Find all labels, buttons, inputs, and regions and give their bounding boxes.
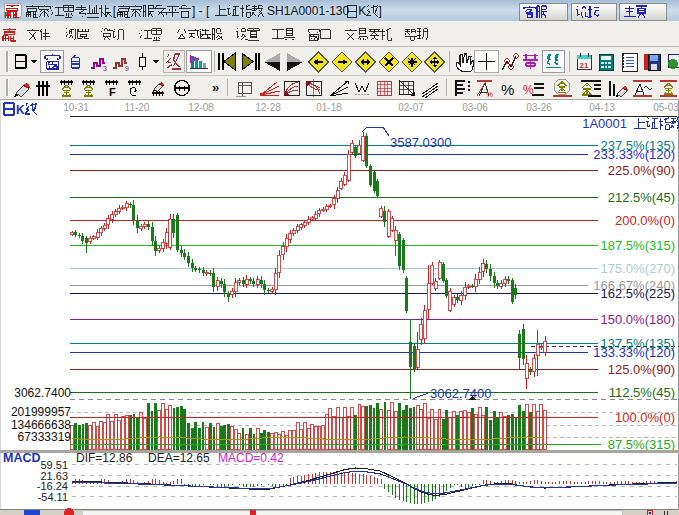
svg-text:233.33%(120): 233.33%(120) xyxy=(593,147,675,162)
svg-text:%: % xyxy=(501,81,514,98)
svg-text:05-03: 05-03 xyxy=(653,102,679,113)
svg-text:F: F xyxy=(109,86,116,98)
svg-text:10-31: 10-31 xyxy=(63,102,89,113)
svg-text:SH1A0001-130: SH1A0001-130 xyxy=(267,4,349,18)
svg-text:DIF=12.86: DIF=12.86 xyxy=(76,451,133,465)
svg-text:225.0%(90): 225.0%(90) xyxy=(608,163,675,178)
svg-text:-54.11: -54.11 xyxy=(38,491,68,503)
svg-text:1A0001: 1A0001 xyxy=(582,116,627,131)
svg-text:K: K xyxy=(358,4,366,18)
svg-text:DEA=12.65: DEA=12.65 xyxy=(148,451,210,465)
svg-text:125.0%(90): 125.0%(90) xyxy=(608,362,675,377)
svg-text:03-26: 03-26 xyxy=(526,102,552,113)
svg-text:67333319: 67333319 xyxy=(18,430,72,444)
svg-text:] - [: ] - [ xyxy=(192,4,210,18)
svg-text:162.5%(225): 162.5%(225) xyxy=(601,286,675,301)
svg-text:100.0%(0): 100.0%(0) xyxy=(615,410,675,425)
svg-text:9: 9 xyxy=(125,65,129,72)
svg-text:21: 21 xyxy=(580,61,589,70)
svg-text:133.33%(120): 133.33%(120) xyxy=(593,345,675,360)
svg-text:3587.0300: 3587.0300 xyxy=(390,135,451,150)
svg-text:201999957: 201999957 xyxy=(11,405,71,419)
svg-text:187.5%(315): 187.5%(315) xyxy=(601,238,675,253)
svg-text:12-08: 12-08 xyxy=(188,102,214,113)
svg-text:200.0%(0): 200.0%(0) xyxy=(615,213,675,228)
svg-text:03-06: 03-06 xyxy=(462,102,488,113)
svg-text:12-28: 12-28 xyxy=(255,102,281,113)
svg-text:K: K xyxy=(16,103,25,117)
svg-text:3062.7400: 3062.7400 xyxy=(430,386,491,401)
svg-text:01-18: 01-18 xyxy=(316,102,342,113)
svg-text:%: % xyxy=(486,90,493,99)
svg-text:MACD=0.42: MACD=0.42 xyxy=(218,451,284,465)
svg-text:MACD: MACD xyxy=(3,451,41,465)
svg-text:»: » xyxy=(212,80,219,95)
svg-text:112.5%(45): 112.5%(45) xyxy=(609,385,675,400)
svg-text:02-07: 02-07 xyxy=(398,102,424,113)
svg-text:175.0%(270): 175.0%(270) xyxy=(601,261,675,276)
svg-text:]: ] xyxy=(379,4,382,18)
svg-text:150.0%(180): 150.0%(180) xyxy=(601,312,675,327)
svg-text:3: 3 xyxy=(103,65,107,72)
svg-text:212.5%(45): 212.5%(45) xyxy=(608,190,675,205)
svg-text:3062.7400: 3062.7400 xyxy=(14,386,71,400)
svg-text:87.5%(315): 87.5%(315) xyxy=(608,437,675,452)
svg-text:11-20: 11-20 xyxy=(125,102,150,113)
svg-text:04-13: 04-13 xyxy=(589,102,615,113)
